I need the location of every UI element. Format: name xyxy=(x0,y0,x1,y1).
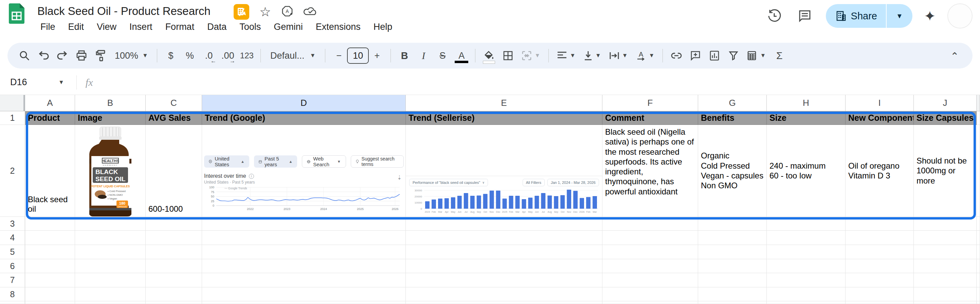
empty-cell[interactable] xyxy=(602,245,698,259)
row-header-7[interactable]: 7 xyxy=(0,273,25,287)
column-header-h[interactable]: H xyxy=(767,95,846,111)
empty-cell[interactable] xyxy=(767,245,846,259)
cell-k2-sliver[interactable] xyxy=(977,125,980,217)
empty-cell[interactable] xyxy=(75,259,146,273)
empty-cell[interactable] xyxy=(977,217,980,231)
menu-file[interactable]: File xyxy=(34,20,62,34)
empty-cell[interactable] xyxy=(977,259,980,273)
redo-icon[interactable] xyxy=(54,46,71,65)
fill-color-button[interactable] xyxy=(481,46,497,65)
zoom-control[interactable]: 100% ▼ xyxy=(111,46,151,65)
empty-cell[interactable] xyxy=(146,301,202,304)
empty-cell[interactable] xyxy=(846,273,914,287)
empty-cell[interactable] xyxy=(202,259,406,273)
text-color-button[interactable]: A xyxy=(453,46,469,65)
empty-cell[interactable] xyxy=(914,245,977,259)
empty-cell[interactable] xyxy=(698,259,767,273)
empty-cell[interactable] xyxy=(406,273,602,287)
avatar[interactable] xyxy=(947,3,972,28)
empty-cell[interactable] xyxy=(767,259,846,273)
empty-cell[interactable] xyxy=(602,259,698,273)
empty-cell[interactable] xyxy=(406,259,602,273)
sellerise-performance-dropdown[interactable]: Performance of "black seed oil capsules"… xyxy=(409,179,488,186)
empty-cell[interactable] xyxy=(406,301,602,304)
row-header-2[interactable]: 2 xyxy=(0,125,25,217)
empty-cell[interactable] xyxy=(75,231,146,245)
empty-cell[interactable] xyxy=(146,273,202,287)
sellerise-filters-button[interactable]: All Filters xyxy=(523,179,545,186)
empty-cell[interactable] xyxy=(977,301,980,304)
cell-f2[interactable]: Black seed oil (Nigella sativa) is perha… xyxy=(602,125,698,217)
cell-e1[interactable]: Trend (Sellerise) xyxy=(406,111,602,125)
info-icon[interactable]: i xyxy=(249,174,254,179)
empty-cell[interactable] xyxy=(698,287,767,301)
column-header-f[interactable]: F xyxy=(602,95,698,111)
trends-region-chip[interactable]: United States▲ xyxy=(204,155,249,168)
cell-c2[interactable]: 600-1000 xyxy=(146,125,202,217)
decrease-decimal-button[interactable]: .0← xyxy=(201,46,217,65)
sellerise-daterange-button[interactable]: Jan 1, 2024 - Mar 28, 2026 xyxy=(547,179,599,186)
empty-cell[interactable] xyxy=(406,245,602,259)
name-box[interactable]: D16 xyxy=(0,77,51,87)
empty-cell[interactable] xyxy=(914,301,977,304)
empty-cell[interactable] xyxy=(698,273,767,287)
trends-searchtype-chip[interactable]: Web Search▼ xyxy=(302,155,346,168)
empty-cell[interactable] xyxy=(146,231,202,245)
empty-cell[interactable] xyxy=(75,287,146,301)
cell-g1[interactable]: Benefits xyxy=(698,111,767,125)
empty-cell[interactable] xyxy=(75,273,146,287)
cell-c1[interactable]: AVG Sales xyxy=(146,111,202,125)
empty-cell[interactable] xyxy=(602,287,698,301)
cell-j2[interactable]: Should not be 1000mg or more xyxy=(914,125,977,217)
empty-cell[interactable] xyxy=(767,287,846,301)
empty-cell[interactable] xyxy=(146,259,202,273)
select-all-corner[interactable] xyxy=(0,95,25,111)
empty-cell[interactable] xyxy=(698,217,767,231)
cell-g2[interactable]: Organic Cold Pressed Vegan - capsules No… xyxy=(698,125,767,217)
cell-b2[interactable]: HEALTHS HARMONY BLACK SEED OIL POTENT LI… xyxy=(75,125,146,217)
cell-a2[interactable]: Black seed oil xyxy=(25,125,75,217)
undo-icon[interactable] xyxy=(35,46,52,65)
share-button[interactable]: Share xyxy=(826,4,886,28)
empty-cell[interactable] xyxy=(767,273,846,287)
empty-cell[interactable] xyxy=(698,231,767,245)
empty-cell[interactable] xyxy=(146,217,202,231)
menu-insert[interactable]: Insert xyxy=(123,20,159,34)
cell-d2[interactable]: United States▲ Past 5 years▲ Web Search▼… xyxy=(202,125,406,217)
empty-cell[interactable] xyxy=(75,301,146,304)
empty-cell[interactable] xyxy=(25,301,75,304)
row-header-partial[interactable] xyxy=(0,301,25,304)
empty-cell[interactable] xyxy=(202,231,406,245)
empty-cell[interactable] xyxy=(914,231,977,245)
empty-cell[interactable] xyxy=(767,217,846,231)
menu-tools[interactable]: Tools xyxy=(233,20,267,34)
decrease-font-size-button[interactable]: − xyxy=(331,46,347,65)
empty-cell[interactable] xyxy=(25,245,75,259)
empty-cell[interactable] xyxy=(846,217,914,231)
empty-cell[interactable] xyxy=(202,287,406,301)
empty-cell[interactable] xyxy=(602,273,698,287)
empty-cell[interactable] xyxy=(846,259,914,273)
more-formats-button[interactable]: 123 xyxy=(239,46,255,65)
trends-timerange-chip[interactable]: Past 5 years▲ xyxy=(254,155,297,168)
empty-cell[interactable] xyxy=(846,301,914,304)
name-box-caret[interactable]: ▼ xyxy=(59,79,64,86)
print-icon[interactable] xyxy=(73,46,90,65)
cell-f1[interactable]: Comment xyxy=(602,111,698,125)
format-currency-button[interactable]: $ xyxy=(163,46,179,65)
horizontal-align-button[interactable]: ▼ xyxy=(554,46,578,65)
empty-cell[interactable] xyxy=(846,287,914,301)
bold-button[interactable]: B xyxy=(396,46,412,65)
empty-cell[interactable] xyxy=(202,273,406,287)
cloud-check-icon[interactable] xyxy=(304,6,318,18)
empty-cell[interactable] xyxy=(914,217,977,231)
italic-button[interactable]: I xyxy=(415,46,431,65)
menu-data[interactable]: Data xyxy=(201,20,233,34)
empty-cell[interactable] xyxy=(75,217,146,231)
column-header-a[interactable]: A xyxy=(25,95,75,111)
empty-cell[interactable] xyxy=(25,259,75,273)
history-icon[interactable] xyxy=(765,6,784,25)
empty-cell[interactable] xyxy=(698,301,767,304)
empty-cell[interactable] xyxy=(767,231,846,245)
text-wrap-button[interactable]: ▼ xyxy=(606,46,631,65)
